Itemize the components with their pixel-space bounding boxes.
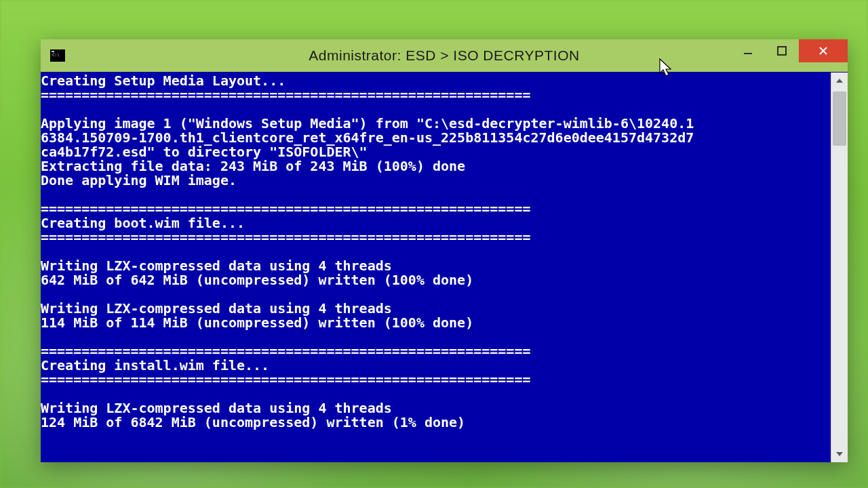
close-button[interactable] — [799, 39, 848, 62]
minimize-button[interactable] — [731, 39, 765, 62]
svg-rect-0 — [744, 53, 752, 54]
window-title: Administrator: ESD > ISO DECRYPTION — [41, 47, 848, 64]
titlebar[interactable]: Administrator: ESD > ISO DECRYPTION — [41, 39, 848, 72]
maximize-button[interactable] — [765, 39, 799, 62]
scroll-up-button[interactable] — [831, 73, 848, 89]
vertical-scrollbar[interactable] — [831, 73, 848, 462]
svg-rect-1 — [778, 47, 786, 55]
scroll-down-button[interactable] — [831, 446, 848, 462]
scrollbar-track[interactable] — [831, 89, 848, 446]
window-controls — [731, 39, 848, 62]
scrollbar-thumb[interactable] — [833, 92, 846, 146]
console-window: Administrator: ESD > ISO DECRYPTION Cr — [41, 39, 848, 462]
client-area: Creating Setup Media Layout... =========… — [41, 72, 848, 462]
console-output: Creating Setup Media Layout... =========… — [41, 73, 831, 462]
cmd-icon — [50, 49, 65, 62]
